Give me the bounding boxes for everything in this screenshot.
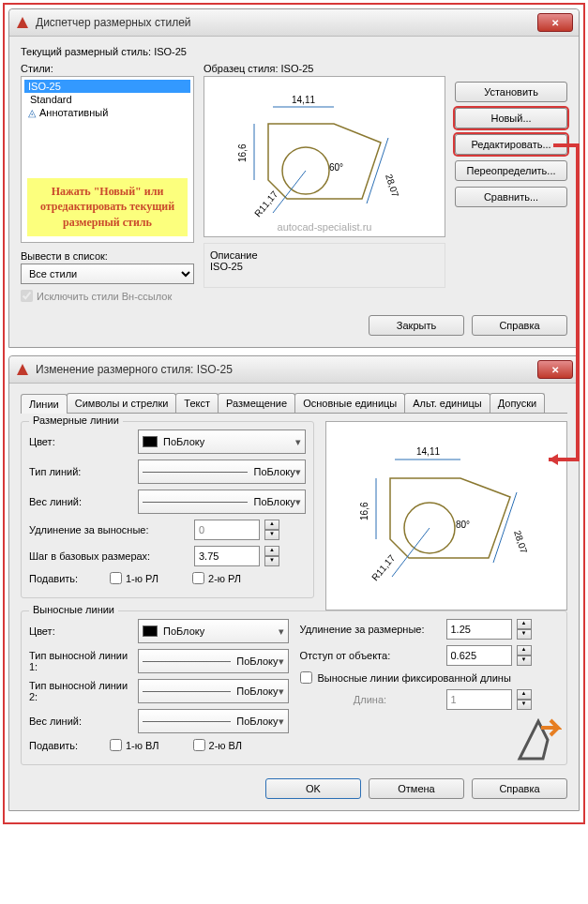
spinner-down[interactable]: ▼	[517, 629, 532, 640]
svg-line-5	[367, 138, 388, 203]
svg-text:14,11: 14,11	[292, 95, 315, 105]
dimline-ltype-select[interactable]: ПоБлоку▾	[138, 460, 306, 484]
svg-text:28,07: 28,07	[384, 173, 400, 199]
spinner-down[interactable]: ▼	[517, 700, 532, 710]
style-preview: 14,11 16,6 28,07 R11,17 60° autocad-spec…	[204, 76, 445, 237]
ok-button[interactable]: OK	[265, 778, 361, 799]
list-item[interactable]: Standard	[24, 93, 190, 106]
suppress-dl2-checkbox[interactable]: 2-ю РЛ	[192, 572, 241, 584]
spinner-up[interactable]: ▲	[517, 619, 532, 629]
fixed-length-input	[446, 689, 512, 710]
svg-line-7	[273, 171, 306, 213]
annotative-icon: ◬	[28, 107, 39, 119]
suppress-el2-checkbox[interactable]: 2-ю ВЛ	[193, 739, 243, 751]
list-select-label: Вывести в список:	[21, 250, 194, 262]
dimline-color-select[interactable]: ПоБлоку▾	[138, 429, 306, 454]
cancel-button[interactable]: Отмена	[369, 778, 464, 799]
style-preview: 14,11 16,6 28,07 R11,17 80°	[325, 421, 567, 610]
modify-button[interactable]: Редактировать...	[455, 134, 567, 155]
close-icon[interactable]: ✕	[537, 360, 573, 379]
description-box: Описание ISO-25	[204, 243, 445, 288]
watermark-text: autocad-specialist.ru	[204, 221, 445, 233]
titlebar: Диспетчер размерных стилей ✕	[9, 9, 579, 37]
tab-text[interactable]: Текст	[175, 393, 219, 413]
chevron-down-icon: ▾	[279, 625, 284, 638]
modify-dimension-style-window: Изменение размерного стиля: ISO-25 ✕ Лин…	[8, 355, 580, 811]
extline-color-select[interactable]: ПоБлоку▾	[138, 619, 289, 643]
styles-label: Стили:	[21, 63, 194, 74]
spinner-up[interactable]: ▲	[517, 689, 532, 700]
suppress-el1-checkbox[interactable]: 1-ю ВЛ	[110, 739, 159, 751]
svg-text:60°: 60°	[329, 162, 343, 173]
chevron-down-icon: ▾	[279, 686, 284, 698]
svg-text:16,6: 16,6	[237, 143, 248, 162]
spinner-down[interactable]: ▼	[264, 530, 279, 540]
tab-tolerances[interactable]: Допуски	[490, 393, 545, 413]
autocad-app-icon	[15, 362, 30, 377]
svg-text:80°: 80°	[456, 520, 470, 530]
svg-text:28,07: 28,07	[512, 529, 529, 555]
chevron-down-icon: ▾	[279, 716, 284, 728]
help-button[interactable]: Справка	[472, 315, 567, 336]
list-item[interactable]: ◬Аннотативный	[24, 106, 190, 120]
extline2-ltype-select[interactable]: ПоБлоку▾	[138, 679, 289, 703]
chevron-down-icon: ▾	[295, 496, 301, 508]
svg-text:16,6: 16,6	[359, 502, 369, 520]
window-title: Диспетчер размерных стилей	[36, 16, 537, 29]
list-item[interactable]: ISO-25	[24, 80, 190, 93]
chevron-down-icon: ▾	[295, 436, 301, 448]
extline-lweight-select[interactable]: ПоБлоку▾	[138, 709, 289, 733]
extend-beyond-input	[194, 520, 260, 540]
set-current-button[interactable]: Установить	[455, 82, 567, 102]
spinner-up[interactable]: ▲	[517, 645, 532, 655]
spinner-down[interactable]: ▼	[264, 556, 279, 566]
autocad-app-icon	[15, 15, 30, 30]
extline1-ltype-select[interactable]: ПоБлоку▾	[138, 649, 289, 673]
tab-primary[interactable]: Основные единицы	[294, 393, 405, 413]
chevron-down-icon: ▾	[295, 466, 301, 478]
styles-listbox[interactable]: ISO-25 Standard ◬Аннотативный Нажать "Но…	[21, 76, 194, 243]
chevron-down-icon: ▾	[279, 655, 284, 668]
extension-lines-group: Выносные линии Цвет: ПоБлоку▾ Тип выносн…	[21, 610, 567, 765]
tab-symbols[interactable]: Символы и стрелки	[67, 393, 177, 413]
help-button[interactable]: Справка	[472, 778, 567, 799]
svg-text:R11,17: R11,17	[252, 188, 279, 218]
titlebar: Изменение размерного стиля: ISO-25 ✕	[9, 356, 579, 384]
close-icon[interactable]: ✕	[537, 13, 573, 32]
spinner-up[interactable]: ▲	[264, 520, 279, 530]
fixed-length-checkbox[interactable]: Выносные линии фиксированной длины	[300, 671, 560, 684]
list-filter-select[interactable]: Все стили	[21, 264, 194, 284]
hint-overlay: Нажать "Новый" или отредактировать текущ…	[27, 178, 188, 236]
dimline-lweight-select[interactable]: ПоБлоку▾	[138, 490, 306, 514]
close-button[interactable]: Закрыть	[369, 315, 464, 336]
spinner-down[interactable]: ▼	[517, 655, 532, 666]
current-style-label: Текущий размерный стиль: ISO-25	[21, 46, 567, 57]
suppress-dl1-checkbox[interactable]: 1-ю РЛ	[110, 572, 158, 584]
baseline-spacing-input[interactable]	[194, 546, 260, 566]
svg-line-15	[493, 492, 517, 563]
dimension-lines-group: Размерные линии Цвет: ПоБлоку▾ Тип линий…	[21, 421, 314, 598]
compare-button[interactable]: Сравнить...	[455, 187, 567, 207]
exclude-xref-checkbox[interactable]: Исключить стили Вн-ссылок	[21, 290, 194, 302]
svg-text:14,11: 14,11	[416, 446, 440, 457]
tab-alternate[interactable]: Альт. единицы	[404, 393, 490, 413]
extend-beyond-dl-input[interactable]	[446, 619, 512, 640]
tab-lines[interactable]: Линии	[21, 394, 68, 414]
window-title: Изменение размерного стиля: ISO-25	[36, 363, 537, 376]
sample-label: Образец стиля: ISO-25	[204, 63, 445, 74]
override-button[interactable]: Переопределить...	[455, 160, 567, 181]
tab-fit[interactable]: Размещение	[218, 393, 295, 413]
offset-origin-input[interactable]	[446, 645, 512, 666]
spinner-up[interactable]: ▲	[264, 546, 279, 556]
dimension-style-manager-window: Диспетчер размерных стилей ✕ Текущий раз…	[8, 8, 580, 348]
tab-row: Линии Символы и стрелки Текст Размещение…	[21, 393, 567, 414]
brand-logo-icon	[515, 716, 562, 765]
new-button[interactable]: Новый...	[455, 108, 567, 128]
svg-text:R11,17: R11,17	[369, 552, 397, 582]
